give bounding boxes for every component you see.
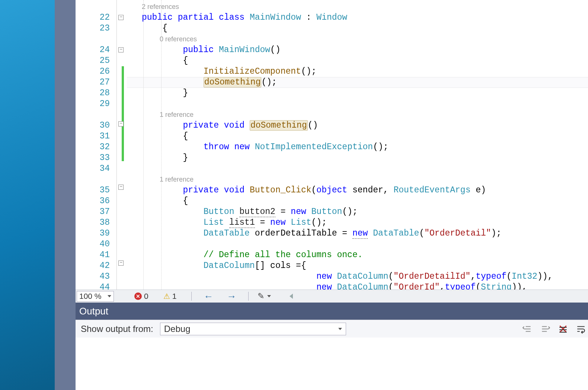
symbol-highlight: doSomething xyxy=(250,120,308,131)
clear-all-icon[interactable] xyxy=(556,323,570,335)
code-text-area[interactable]: 2 references public partial class MainWi… xyxy=(127,0,588,290)
warning-count: 1 xyxy=(172,292,177,301)
output-toolbar: Show output from: Debug xyxy=(76,320,588,338)
chevron-down-icon xyxy=(338,328,342,330)
fold-toggle[interactable]: − xyxy=(118,121,124,127)
line-number-gutter: 22 23 24 25 26 27 28 29 30 31 32 33 34 3… xyxy=(76,0,116,290)
fold-toggle[interactable]: − xyxy=(118,47,124,52)
chevron-down-icon[interactable] xyxy=(267,295,271,297)
codelens-references[interactable]: 1 reference xyxy=(127,109,588,120)
word-wrap-icon[interactable] xyxy=(574,323,588,335)
scroll-left-icon[interactable] xyxy=(290,294,293,299)
nav-back-button[interactable]: ← xyxy=(204,291,213,302)
indent-decrease-icon xyxy=(520,323,534,335)
code-line: public partial class MainWindow : Window xyxy=(127,12,588,23)
symbol-highlight: doSomething xyxy=(204,77,262,87)
output-source-label: Show output from: xyxy=(81,324,153,334)
output-source-value: Debug xyxy=(164,324,191,334)
outlining-margin[interactable]: − − − − − xyxy=(116,0,127,290)
fold-toggle[interactable]: − xyxy=(118,15,124,20)
desktop-background xyxy=(0,0,55,390)
window-border xyxy=(55,0,76,390)
output-source-combo[interactable]: Debug xyxy=(160,323,346,335)
zoom-combo[interactable]: 100 % xyxy=(77,291,114,302)
zoom-value: 100 % xyxy=(79,292,102,301)
output-title: Output xyxy=(79,306,108,317)
error-icon[interactable]: ✕ xyxy=(134,292,142,300)
fold-toggle[interactable]: − xyxy=(118,185,124,190)
code-editor[interactable]: 22 23 24 25 26 27 28 29 30 31 32 33 34 3… xyxy=(76,0,588,290)
nav-forward-button[interactable]: → xyxy=(227,291,236,302)
codelens-references[interactable]: 0 references xyxy=(127,34,588,45)
editor-status-bar: 100 % ✕ 0 ⚠ 1 ← → ✎ xyxy=(76,290,588,303)
fold-toggle[interactable]: − xyxy=(118,260,124,266)
chevron-down-icon xyxy=(108,295,111,297)
indent-increase-icon xyxy=(538,323,552,335)
output-panel-header[interactable]: Output xyxy=(76,303,588,320)
codelens-references[interactable]: 1 reference xyxy=(127,174,588,185)
error-count: 0 xyxy=(144,292,148,301)
highlight-icon[interactable]: ✎ xyxy=(258,291,264,301)
warning-icon[interactable]: ⚠ xyxy=(163,292,170,301)
codelens-references[interactable]: 2 references xyxy=(127,1,588,12)
